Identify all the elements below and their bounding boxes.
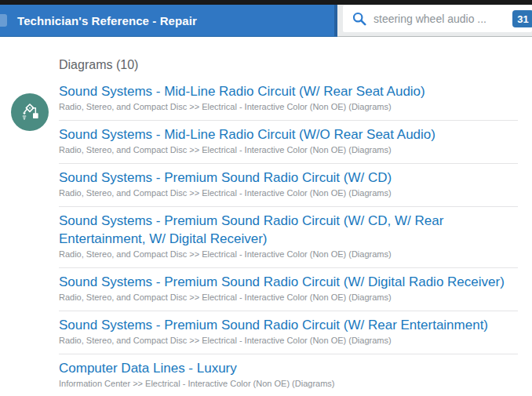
diagram-link[interactable]: Sound Systems - Premium Sound Radio Circ…	[59, 169, 518, 187]
header-title-bar: Technician's Reference - Repair	[0, 5, 337, 37]
diagram-breadcrumb: Radio, Stereo, and Compact Disc >> Elect…	[59, 335, 518, 347]
app-window: Technician's Reference - Repair 31	[0, 0, 532, 396]
diagram-list-item: Sound Systems - Premium Sound Radio Circ…	[59, 207, 518, 268]
diagram-link[interactable]: Computer Data Lines - Luxury	[59, 359, 518, 377]
diagram-list-item: Computer Data Lines - Luxury Information…	[59, 354, 518, 396]
diagram-list-item: Sound Systems - Premium Sound Radio Circ…	[59, 164, 518, 207]
diagram-breadcrumb: Radio, Stereo, and Compact Disc >> Elect…	[59, 187, 518, 199]
diagrams-count-heading: Diagrams (10)	[59, 57, 518, 73]
wiring-diagram-icon	[11, 93, 49, 131]
diagram-link[interactable]: Sound Systems - Premium Sound Radio Circ…	[59, 316, 518, 334]
diagram-breadcrumb: Radio, Stereo, and Compact Disc >> Elect…	[59, 101, 518, 113]
diagram-list-item: Sound Systems - Premium Sound Radio Circ…	[59, 268, 518, 311]
results-page: Diagrams (10) Sound Systems - Mid-Line R…	[0, 37, 532, 396]
app-title: Technician's Reference - Repair	[17, 14, 197, 27]
diagram-link[interactable]: Sound Systems - Premium Sound Radio Circ…	[59, 273, 518, 291]
search-box[interactable]: 31	[343, 5, 532, 32]
diagram-results-list: Sound Systems - Mid-Line Radio Circuit (…	[59, 78, 518, 396]
app-logo-icon	[0, 14, 7, 27]
diagram-link[interactable]: Sound Systems - Mid-Line Radio Circuit (…	[59, 125, 518, 144]
diagram-breadcrumb: Information Center >> Electrical - Inter…	[59, 378, 518, 390]
diagram-list-item: Sound Systems - Premium Sound Radio Circ…	[59, 311, 518, 354]
diagram-breadcrumb: Radio, Stereo, and Compact Disc >> Elect…	[59, 249, 518, 260]
diagram-breadcrumb: Radio, Stereo, and Compact Disc >> Elect…	[59, 292, 518, 303]
diagram-breadcrumb: Radio, Stereo, and Compact Disc >> Elect…	[59, 144, 518, 156]
search-area: 31	[337, 5, 532, 37]
diagram-link[interactable]: Sound Systems - Mid-Line Radio Circuit (…	[59, 82, 518, 100]
diagram-link[interactable]: Sound Systems - Premium Sound Radio Circ…	[59, 212, 518, 248]
app-header: Technician's Reference - Repair 31	[0, 5, 532, 37]
search-results-count-badge: 31	[512, 10, 532, 27]
diagram-list-item: Sound Systems - Mid-Line Radio Circuit (…	[59, 121, 518, 164]
diagram-list-item: Sound Systems - Mid-Line Radio Circuit (…	[59, 78, 518, 121]
search-icon	[352, 12, 366, 26]
search-input[interactable]	[373, 13, 532, 25]
